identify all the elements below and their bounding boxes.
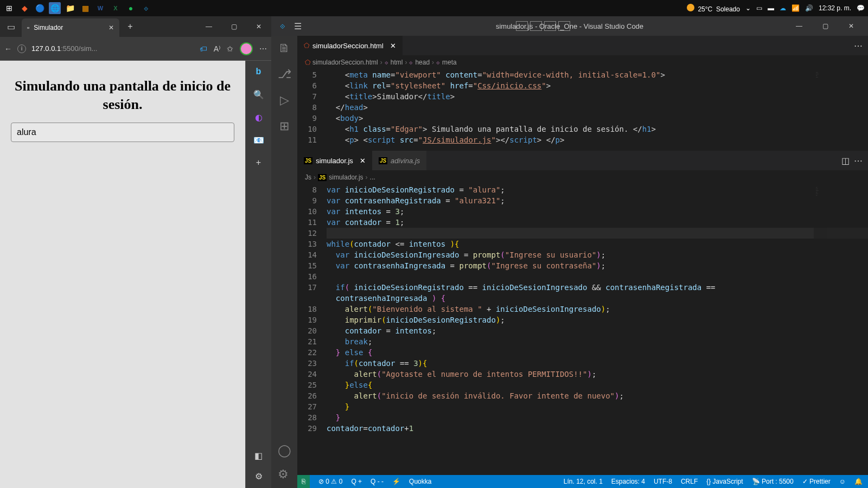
status-problems[interactable]: ⊘ 0 ⚠ 0 — [318, 478, 342, 485]
tray-chevron-icon[interactable]: ⌄ — [745, 4, 751, 12]
chrome-icon[interactable]: 🔵 — [34, 2, 46, 14]
status-eol[interactable]: CRLF — [681, 478, 698, 485]
js-editor[interactable]: 8910111213141516171819202122232425262728… — [297, 184, 868, 475]
tray-onedrive-icon[interactable]: ☁ — [780, 4, 786, 12]
vscode-title: simulador.js - Oracle_One - Visual Studi… — [496, 22, 643, 30]
bing-chat-icon[interactable]: b — [252, 65, 265, 78]
tray-volume-icon[interactable]: 🔊 — [805, 4, 813, 12]
site-info-icon[interactable]: i — [17, 44, 26, 53]
tray-notifications-icon[interactable]: 💬 — [857, 4, 865, 12]
tab-bar-bottom: JS simulador.js ✕ JS adivina.js ◫ ⋯ — [297, 151, 868, 170]
more-icon[interactable]: ⋯ — [259, 44, 267, 53]
read-aloud-icon[interactable]: A⁾ — [214, 44, 220, 53]
vscode-icon[interactable]: ⟐ — [140, 2, 152, 14]
status-spaces[interactable]: Espacios: 4 — [611, 478, 645, 485]
status-bell-icon[interactable]: 🔔 — [854, 478, 863, 485]
minimap[interactable]: ▬▬▬▬▬▬▬▬▬▬▬▬▬▬▬▬ — [814, 184, 868, 475]
close-button[interactable]: ✕ — [246, 16, 271, 37]
browser-toolbar: ← i 127.0.0.1:5500/sim... 🏷 A⁾ ✩ ⋯ — [0, 37, 271, 61]
minimize-button[interactable]: — — [196, 16, 221, 37]
js-icon: JS — [318, 174, 327, 181]
status-liveserver[interactable]: 📡 Port : 5500 — [752, 478, 794, 485]
shopping-tag-icon[interactable]: 🏷 — [200, 44, 207, 53]
profile-avatar[interactable] — [240, 42, 253, 55]
search-icon[interactable]: 🔍 — [252, 88, 265, 101]
tab-title: Simulador — [34, 24, 63, 31]
status-q-plus[interactable]: Q + — [351, 478, 362, 485]
tray-wifi-icon[interactable]: 📶 — [792, 4, 800, 12]
brave-icon[interactable]: ◆ — [18, 2, 30, 14]
settings-icon[interactable]: ⚙ — [252, 470, 265, 483]
new-tab-button[interactable]: + — [119, 16, 141, 37]
status-cursor[interactable]: Lín. 12, col. 1 — [564, 478, 603, 485]
source-control-icon[interactable]: ⎇ — [278, 67, 291, 81]
tab-actions-icon[interactable]: ▭ — [0, 16, 22, 37]
hamburger-menu-icon[interactable]: ☰ — [290, 21, 306, 31]
tray-clock[interactable]: 12:32 p. m. — [819, 4, 851, 12]
status-prettier[interactable]: ✓ Prettier — [802, 478, 831, 485]
browser-tab[interactable]: ▫ Simulador ✕ — [22, 18, 119, 37]
editor-tab-html[interactable]: ⬠ simuladorSeccion.html ✕ — [297, 36, 403, 55]
vscode-minimize-button[interactable]: — — [787, 16, 812, 36]
status-q-minus[interactable]: Q - - — [371, 478, 384, 485]
word-icon[interactable]: W — [94, 2, 106, 14]
weather-widget[interactable]: 25°C Soleado — [687, 4, 740, 13]
address-bar[interactable]: 127.0.0.1:5500/sim... — [31, 44, 97, 53]
page-heading: Simulando una pantalla de inicio de sesi… — [11, 77, 234, 114]
favorite-icon[interactable]: ✩ — [227, 44, 233, 53]
manage-gear-icon[interactable]: ⚙ — [278, 467, 291, 481]
tray-meet-icon[interactable]: ▭ — [756, 4, 762, 12]
explorer-icon[interactable]: 🗎 — [278, 41, 290, 55]
spotify-icon[interactable]: ● — [125, 2, 137, 14]
run-debug-icon[interactable]: ▷ — [280, 93, 289, 107]
extensions-icon[interactable]: ⊞ — [279, 119, 289, 133]
tab-close-icon[interactable]: ✕ — [390, 42, 396, 50]
status-feedback-icon[interactable]: ☺ — [839, 478, 846, 485]
vscode-body: 🗎 ⎇ ▷ ⊞ ◯ ⚙ ⬠ simuladorSeccion.html ✕ — [271, 36, 868, 488]
split-editor-icon[interactable]: ◫ — [841, 156, 850, 166]
add-sidebar-icon[interactable]: + — [252, 156, 265, 169]
status-lightning-icon[interactable]: ⚡ — [392, 478, 400, 485]
explorer-icon[interactable]: 📁 — [64, 2, 76, 14]
tab-close-icon[interactable]: ✕ — [360, 157, 366, 165]
tab-favicon-icon: ▫ — [27, 24, 29, 31]
editor-tab-simulador-js[interactable]: JS simulador.js ✕ — [297, 151, 372, 170]
tray-battery-icon[interactable]: ▬ — [768, 4, 774, 12]
editor-tab-adivina-js[interactable]: JS adivina.js — [372, 151, 426, 170]
js-icon: JS — [304, 157, 312, 164]
browser-titlebar: ▭ ▫ Simulador ✕ + — ▢ ✕ — [0, 16, 271, 37]
windows-taskbar: ⊞ ◆ 🔵 🌐 📁 ▦ W X ● ⟐ 25°C Soleado ⌄ ▭ ▬ ☁… — [0, 0, 868, 16]
vscode-maximize-button[interactable]: ▢ — [813, 16, 838, 36]
minimap[interactable]: ▬▬▬▬▬▬▬▬▬▬▬▬ — [814, 69, 868, 151]
edge-sidebar: b 🔍 ◐ 📧 + ◧ ⚙ — [245, 61, 271, 488]
editor-area: ⬠ simuladorSeccion.html ✕ ⋯ ⬠ simuladorS… — [297, 36, 868, 488]
sublime-icon[interactable]: ▦ — [79, 2, 91, 14]
remote-indicator[interactable]: ⎘ — [297, 475, 310, 488]
excel-icon[interactable]: X — [110, 2, 122, 14]
html5-icon: ⬠ — [304, 42, 309, 49]
html-editor[interactable]: 567891011 <meta name="viewport" content=… — [297, 69, 868, 151]
tools-icon[interactable]: ◐ — [252, 111, 265, 124]
taskbar-system-tray: 25°C Soleado ⌄ ▭ ▬ ☁ 📶 🔊 12:32 p. m. 💬 — [687, 4, 865, 13]
edge-icon[interactable]: 🌐 — [49, 2, 61, 14]
editor-more-icon[interactable]: ⋯ — [854, 156, 863, 166]
vscode-close-button[interactable]: ✕ — [839, 16, 864, 36]
taskbar-app-icons: ⊞ ◆ 🔵 🌐 📁 ▦ W X ● ⟐ — [3, 2, 152, 14]
status-language[interactable]: {} JavaScript — [706, 478, 743, 485]
status-encoding[interactable]: UTF-8 — [654, 478, 672, 485]
start-icon[interactable]: ⊞ — [3, 2, 15, 14]
js-icon: JS — [379, 157, 387, 164]
back-icon[interactable]: ← — [4, 44, 12, 53]
account-icon[interactable]: ◯ — [278, 444, 291, 458]
sun-icon — [687, 4, 694, 11]
sidebar-toggle-icon[interactable]: ◧ — [252, 449, 265, 462]
vscode-logo-icon[interactable]: ⟐ — [276, 21, 290, 31]
breadcrumb-top[interactable]: ⬠ simuladorSeccion.html ›⟐html ›⟐head ›⟐… — [297, 55, 868, 69]
login-input[interactable] — [11, 123, 234, 142]
breadcrumb-bottom[interactable]: Js › JS simulador.js › ... — [297, 170, 868, 184]
maximize-button[interactable]: ▢ — [221, 16, 246, 37]
outlook-icon[interactable]: 📧 — [252, 133, 265, 146]
status-quokka[interactable]: Quokka — [409, 478, 431, 485]
editor-more-icon[interactable]: ⋯ — [854, 41, 863, 51]
tab-close-icon[interactable]: ✕ — [108, 24, 114, 31]
